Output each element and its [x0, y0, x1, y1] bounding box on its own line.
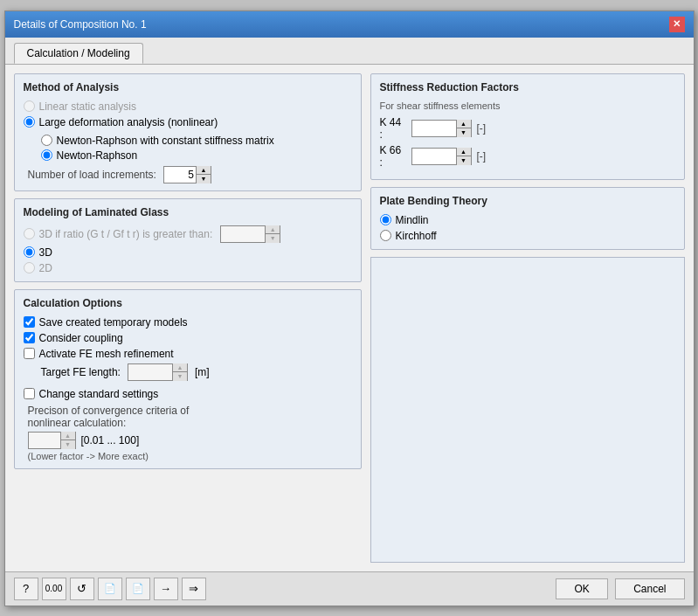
title-bar: Details of Composition No. 1 ✕ [5, 11, 694, 38]
radio-linear[interactable]: Linear static analysis [24, 100, 352, 113]
target-fe-unit: [m] [195, 366, 210, 378]
mindlin-label: Mindlin [396, 214, 429, 226]
cancel-button[interactable]: Cancel [615, 578, 684, 599]
plate-bending-title: Plate Bending Theory [380, 195, 675, 207]
right-panel: Stiffness Reduction Factors For shear st… [370, 73, 685, 563]
radio-newton[interactable]: Newton-Raphson [41, 149, 352, 162]
target-fe-spinner: ▲ ▼ [128, 363, 188, 381]
linear-label: Linear static analysis [39, 100, 136, 113]
radio-newton-constant[interactable]: Newton-Raphson with constant stiffness m… [41, 135, 352, 147]
load-increments-row: Number of load increments: ▲ ▼ [28, 166, 352, 183]
laminated-radio-group: 3D if ratio (G t / Gf t r) is greater th… [24, 225, 352, 274]
kirchhoff-label: Kirchhoff [396, 230, 437, 242]
precision-spinner: ▲ ▼ [28, 432, 76, 449]
target-fe-up: ▲ [173, 363, 187, 372]
checkbox-coupling[interactable]: Consider coupling [24, 332, 352, 344]
target-fe-down: ▼ [173, 372, 187, 381]
spinner-buttons: ▲ ▼ [196, 166, 211, 183]
radio-3d-if[interactable]: 3D if ratio (G t / Gf t r) is greater th… [24, 225, 352, 243]
large-deform-label: Large deformation analysis (nonlinear) [39, 116, 218, 128]
load-increments-input[interactable] [164, 167, 196, 183]
checkbox-fe-mesh[interactable]: Activate FE mesh refinement [24, 348, 352, 360]
method-title: Method of Analysis [24, 81, 352, 93]
radio-mindlin[interactable]: Mindlin [380, 214, 675, 226]
k66-spinner-buttons: ▲ ▼ [456, 148, 471, 165]
k66-unit: [-] [477, 150, 487, 163]
plate-bending-section: Plate Bending Theory Mindlin Kirchhoff [370, 187, 685, 250]
k44-label: K 44 : [380, 116, 406, 141]
stiffness-sub-label: For shear stiffness elements [380, 100, 675, 111]
k66-down[interactable]: ▼ [457, 156, 471, 165]
precision-hint: (Lower factor -> More exact) [28, 451, 352, 461]
checkbox-save-models[interactable]: Save created temporary models [24, 316, 352, 329]
method-of-analysis-section: Method of Analysis Linear static analysi… [14, 73, 362, 191]
k66-input[interactable] [412, 149, 456, 164]
left-panel: Method of Analysis Linear static analysi… [14, 73, 362, 563]
k66-spinner[interactable]: ▲ ▼ [411, 148, 472, 165]
close-button[interactable]: ✕ [669, 17, 685, 32]
content-area: Method of Analysis Linear static analysi… [5, 65, 694, 571]
precision-up: ▲ [61, 432, 75, 440]
3d-if-spinner-buttons: ▲ ▼ [265, 225, 280, 243]
precision-input [29, 433, 60, 448]
k44-spinner-buttons: ▲ ▼ [456, 120, 471, 137]
k66-label: K 66 : [380, 144, 406, 169]
newton-label: Newton-Raphson [57, 149, 138, 162]
k44-up[interactable]: ▲ [457, 120, 471, 128]
target-fe-input [128, 364, 172, 380]
radio-3d[interactable]: 3D [24, 246, 352, 259]
precision-spinner-buttons: ▲ ▼ [60, 432, 75, 449]
precision-down: ▼ [61, 440, 75, 449]
sub-radio-group: Newton-Raphson with constant stiffness m… [41, 135, 352, 162]
k44-row: K 44 : ▲ ▼ [-] [380, 116, 675, 141]
spinner-down[interactable]: ▼ [197, 175, 211, 183]
target-fe-label: Target FE length: [41, 366, 121, 378]
3d-if-down: ▼ [266, 234, 280, 243]
target-fe-row: Target FE length: ▲ ▼ [m] [41, 363, 352, 381]
modeling-title: Modeling of Laminated Glass [24, 206, 352, 218]
3d-label: 3D [39, 246, 52, 259]
change-standard-label: Change standard settings [39, 388, 159, 400]
toolbar-undo[interactable]: ↺ [70, 578, 94, 600]
radio-large-deform[interactable]: Large deformation analysis (nonlinear) [24, 116, 352, 128]
ok-button[interactable]: OK [556, 578, 608, 599]
precision-label: Precison of convergence criteria ofnonli… [28, 405, 352, 429]
checkbox-change-standard[interactable]: Change standard settings [24, 388, 352, 400]
coupling-label: Consider coupling [39, 332, 123, 344]
modeling-laminated-section: Modeling of Laminated Glass 3D if ratio … [14, 198, 362, 282]
load-increments-label: Number of load increments: [28, 169, 156, 181]
newton-constant-label: Newton-Raphson with constant stiffness m… [57, 135, 274, 147]
3d-if-up: ▲ [266, 225, 280, 234]
k44-input[interactable] [412, 121, 456, 136]
toolbar-arrow1[interactable]: → [154, 578, 178, 600]
main-dialog: Details of Composition No. 1 ✕ Calculati… [4, 10, 695, 606]
footer-toolbar: ? 0.00 ↺ 📄 📄 → ⇒ OK Cancel [5, 571, 694, 606]
toolbar-help[interactable]: ? [14, 578, 38, 600]
k66-row: K 66 : ▲ ▼ [-] [380, 144, 675, 169]
toolbar-copy2[interactable]: 📄 [126, 578, 150, 600]
calc-options-title: Calculation Options [24, 297, 352, 309]
target-fe-spinner-buttons: ▲ ▼ [172, 363, 187, 381]
plate-radio-group: Mindlin Kirchhoff [380, 214, 675, 242]
radio-2d[interactable]: 2D [24, 262, 352, 274]
tab-calculation-modeling[interactable]: Calculation / Modeling [14, 43, 143, 64]
right-bottom-filler [370, 257, 685, 563]
stiffness-section: Stiffness Reduction Factors For shear st… [370, 73, 685, 180]
toolbar-zero[interactable]: 0.00 [42, 578, 66, 600]
k44-spinner[interactable]: ▲ ▼ [411, 120, 472, 137]
radio-kirchhoff[interactable]: Kirchhoff [380, 230, 675, 242]
spinner-up[interactable]: ▲ [197, 166, 211, 175]
fe-mesh-label: Activate FE mesh refinement [39, 348, 174, 360]
toolbar-copy1[interactable]: 📄 [98, 578, 122, 600]
load-increments-spinner[interactable]: ▲ ▼ [163, 166, 211, 183]
k44-down[interactable]: ▼ [457, 128, 471, 137]
k66-up[interactable]: ▲ [457, 148, 471, 156]
precision-range: [0.01 ... 100] [81, 434, 140, 446]
stiffness-title: Stiffness Reduction Factors [380, 81, 675, 93]
2d-label: 2D [39, 262, 52, 274]
k44-unit: [-] [477, 122, 487, 135]
precision-input-row: ▲ ▼ [0.01 ... 100] [28, 432, 352, 449]
calculation-options-section: Calculation Options Save created tempora… [14, 289, 362, 469]
toolbar-arrow2[interactable]: ⇒ [182, 578, 206, 600]
save-models-label: Save created temporary models [39, 316, 188, 329]
